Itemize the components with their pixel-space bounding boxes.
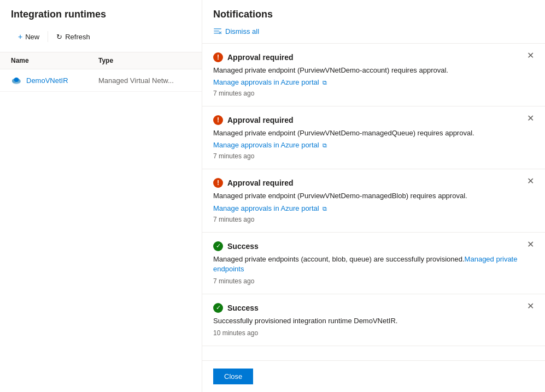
notifications-header: Notifications Dismiss all [202,0,545,44]
external-link-icon: ⧉ [323,79,327,86]
dismiss-all-button[interactable]: Dismiss all [213,25,259,38]
notif-time: 7 minutes ago [213,152,534,160]
page-title: Integration runtimes [11,9,191,20]
notif-title-row: ✓ Success [213,241,534,251]
notif-body: Managed private endpoint (PurviewVNetDem… [213,128,534,138]
new-button[interactable]: + New [11,29,46,44]
notif-link[interactable]: Manage approvals in Azure portal ⧉ [213,204,327,212]
toolbar: + New ↻ Refresh [11,26,191,47]
dismiss-all-icon [213,27,222,35]
notifications-title: Notifications [213,9,534,20]
table-header: Name Type [0,52,202,69]
refresh-label: Refresh [65,33,90,41]
svg-rect-5 [214,31,219,32]
dismiss-all-label: Dismiss all [225,27,259,35]
row-type-cell: Managed Virtual Netw... [98,76,191,85]
svg-point-3 [14,78,19,82]
col-name-header: Name [11,57,98,64]
refresh-icon: ↻ [56,33,62,41]
col-type-header: Type [98,57,191,64]
notif-title-row: ! Approval required [213,52,534,62]
table-row: DemoVNetIR Managed Virtual Netw... [0,69,202,92]
left-header: Integration runtimes + New ↻ Refresh [0,0,202,52]
close-notification-button[interactable]: ✕ [525,239,536,250]
row-name-cell: DemoVNetIR [11,75,98,86]
notifications-list: ! Approval required Managed private endp… [202,44,545,360]
refresh-button[interactable]: ↻ Refresh [49,29,97,44]
left-panel: Integration runtimes + New ↻ Refresh Nam… [0,0,202,392]
external-link-icon: ⧉ [323,142,327,149]
notif-time: 7 minutes ago [213,216,534,223]
notif-title-row: ! Approval required [213,178,534,188]
notif-title: Success [227,304,259,312]
runtime-name-link[interactable]: DemoVNetIR [26,76,68,85]
warning-icon: ! [213,115,223,125]
notif-title: Approval required [227,116,294,124]
cloud-icon [11,75,22,86]
notif-time: 10 minutes ago [213,329,534,337]
notif-title-row: ✓ Success [213,303,534,313]
close-notification-button[interactable]: ✕ [525,301,536,312]
notif-link[interactable]: Manage approvals in Azure portal ⧉ [213,141,327,149]
notification-item: ! Approval required Managed private endp… [202,106,545,169]
warning-icon: ! [213,52,223,62]
notif-body: Successfully provisioned integration run… [213,316,534,326]
notif-title-row: ! Approval required [213,115,534,125]
notif-title: Approval required [227,179,294,187]
notif-time: 7 minutes ago [213,90,534,97]
notif-body: Managed private endpoint (PurviewVNetDem… [213,191,534,201]
notif-link[interactable]: Manage approvals in Azure portal ⧉ [213,78,327,86]
notification-item: ✓ Success Managed private endpoints (acc… [202,233,545,294]
notif-body: Managed private endpoints (account, blob… [213,254,534,274]
warning-icon: ! [213,178,223,188]
close-notification-button[interactable]: ✕ [525,113,536,124]
toolbar-divider [48,31,48,42]
plus-icon: + [18,32,22,41]
notif-title: Approval required [227,53,294,62]
close-notification-button[interactable]: ✕ [525,50,536,61]
notif-time: 7 minutes ago [213,277,534,285]
close-button[interactable]: Close [213,369,253,384]
success-icon: ✓ [213,303,223,313]
notification-item: ! Approval required Managed private endp… [202,169,545,232]
svg-rect-4 [214,28,221,29]
external-link-icon: ⧉ [323,205,327,212]
new-label: New [25,33,39,41]
notifications-footer: Close [202,360,545,392]
notification-item: ✓ Success Successfully provisioned integ… [202,294,545,346]
close-notification-button[interactable]: ✕ [525,176,536,187]
notif-body: Managed private endpoint (PurviewVNetDem… [213,66,534,75]
success-icon: ✓ [213,241,223,251]
notification-item: ! Approval required Managed private endp… [202,44,545,106]
notifications-panel: Notifications Dismiss all ! Approval req… [202,0,545,392]
notif-title: Success [227,242,259,251]
